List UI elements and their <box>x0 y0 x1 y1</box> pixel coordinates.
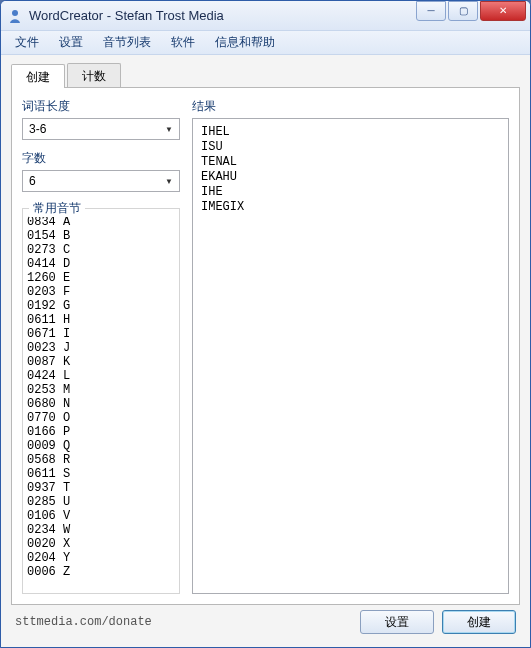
count-select[interactable]: ▼ <box>22 170 180 192</box>
wordlen-select[interactable]: ▼ <box>22 118 180 140</box>
donate-link[interactable]: sttmedia.com/donate <box>15 615 352 629</box>
settings-button[interactable]: 设置 <box>360 610 434 634</box>
window-controls: ─ ▢ ✕ <box>414 1 530 21</box>
dropdown-arrow-icon[interactable]: ▼ <box>161 173 177 189</box>
create-button[interactable]: 创建 <box>442 610 516 634</box>
minimize-button[interactable]: ─ <box>416 1 446 21</box>
syllable-group: 常用音节 0834 A 0154 B 0273 C 0414 D 1260 E … <box>22 208 180 594</box>
titlebar: WordCreator - Stefan Trost Media ─ ▢ ✕ <box>1 1 530 31</box>
count-label: 字数 <box>22 150 180 167</box>
menu-item[interactable]: 设置 <box>51 31 91 54</box>
left-column: 词语长度 ▼ 字数 ▼ 常用音节 0834 A 0154 B 0273 C 04… <box>22 98 180 594</box>
syllable-list[interactable]: 0834 A 0154 B 0273 C 0414 D 1260 E 0203 … <box>23 209 179 593</box>
maximize-button[interactable]: ▢ <box>448 1 478 21</box>
tab-panel-create: 词语长度 ▼ 字数 ▼ 常用音节 0834 A 0154 B 0273 C 04… <box>11 87 520 605</box>
menu-item[interactable]: 音节列表 <box>95 31 159 54</box>
close-button[interactable]: ✕ <box>480 1 526 21</box>
right-column: 结果 IHEL ISU TENAL EKAHU IHE IMEGIX <box>192 98 509 594</box>
app-icon <box>7 8 23 24</box>
menu-item[interactable]: 文件 <box>7 31 47 54</box>
menu-item[interactable]: 软件 <box>163 31 203 54</box>
tab-create[interactable]: 创建 <box>11 64 65 88</box>
syllable-legend: 常用音节 <box>29 200 85 217</box>
result-box[interactable]: IHEL ISU TENAL EKAHU IHE IMEGIX <box>192 118 509 594</box>
footer: sttmedia.com/donate 设置 创建 <box>11 605 520 639</box>
dropdown-arrow-icon[interactable]: ▼ <box>161 121 177 137</box>
wordlen-input[interactable] <box>22 118 180 140</box>
menu-item[interactable]: 信息和帮助 <box>207 31 283 54</box>
tabs-header: 创建计数 <box>11 63 520 87</box>
menubar: 文件设置音节列表软件信息和帮助 <box>1 31 530 55</box>
window-title: WordCreator - Stefan Trost Media <box>29 8 414 23</box>
svg-point-0 <box>12 10 18 16</box>
app-window: WordCreator - Stefan Trost Media ─ ▢ ✕ 文… <box>0 0 531 648</box>
wordlen-label: 词语长度 <box>22 98 180 115</box>
result-label: 结果 <box>192 98 509 115</box>
tab-count[interactable]: 计数 <box>67 63 121 87</box>
client-area: 创建计数 词语长度 ▼ 字数 ▼ 常用音节 0834 A 0154 B 0273… <box>1 55 530 648</box>
count-input[interactable] <box>22 170 180 192</box>
